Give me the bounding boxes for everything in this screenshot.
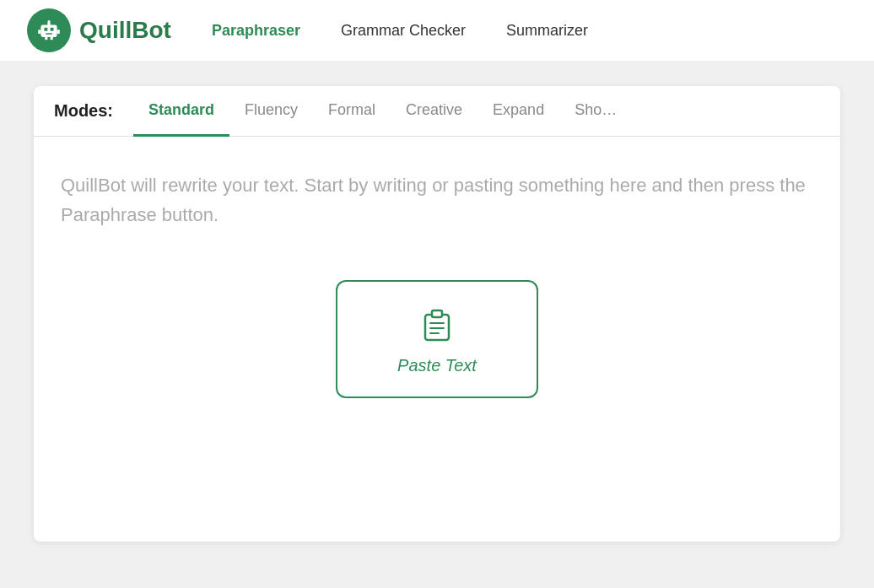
svg-rect-9 — [51, 37, 53, 40]
tab-creative[interactable]: Creative — [391, 86, 477, 137]
main-card: Modes: Standard Fluency Formal Creative … — [34, 86, 840, 542]
navbar: QuillBot Paraphraser Grammar Checker Sum… — [0, 0, 874, 61]
svg-rect-11 — [432, 310, 442, 317]
svg-rect-1 — [44, 28, 47, 31]
tab-fluency[interactable]: Fluency — [229, 86, 313, 137]
nav-summarizer[interactable]: Summarizer — [506, 22, 588, 40]
svg-rect-6 — [38, 30, 40, 34]
svg-rect-3 — [46, 33, 52, 35]
paste-text-button[interactable]: Paste Text — [336, 280, 538, 398]
nav-grammar-checker[interactable]: Grammar Checker — [341, 22, 466, 40]
tab-formal[interactable]: Formal — [313, 86, 391, 137]
paste-text-label: Paste Text — [397, 356, 477, 375]
modes-label: Modes: — [54, 101, 113, 121]
svg-rect-2 — [51, 28, 54, 31]
tab-shorten[interactable]: Sho… — [559, 86, 632, 137]
paste-btn-wrapper: Paste Text — [61, 280, 813, 398]
svg-rect-7 — [57, 30, 60, 34]
logo-icon — [27, 8, 71, 52]
clipboard-icon — [417, 303, 457, 346]
svg-rect-8 — [45, 37, 47, 40]
tab-expand[interactable]: Expand — [477, 86, 559, 137]
editor-area: QuillBot will rewrite your text. Start b… — [34, 137, 840, 542]
logo-area: QuillBot — [27, 8, 171, 52]
nav-paraphraser[interactable]: Paraphraser — [212, 22, 300, 40]
tab-standard[interactable]: Standard — [133, 86, 229, 137]
modes-bar: Modes: Standard Fluency Formal Creative … — [34, 86, 840, 137]
nav-links: Paraphraser Grammar Checker Summarizer — [212, 22, 588, 40]
brand-name: QuillBot — [79, 17, 171, 44]
svg-rect-0 — [40, 25, 57, 37]
main-bg: Modes: Standard Fluency Formal Creative … — [0, 61, 874, 588]
editor-placeholder[interactable]: QuillBot will rewrite your text. Start b… — [61, 170, 813, 229]
svg-point-5 — [47, 20, 50, 23]
